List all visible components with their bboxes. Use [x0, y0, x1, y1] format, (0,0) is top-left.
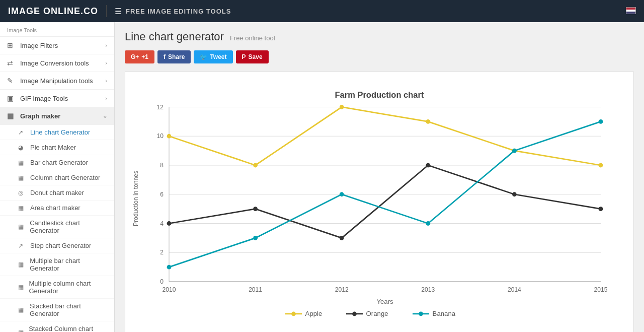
twitter-tweet-button[interactable]: 🐦 Tweet: [194, 50, 232, 63]
sidebar-sub-item-label: Step chart Generator: [30, 242, 91, 249]
chevron-right-icon: ›: [105, 95, 107, 101]
sidebar-sub-item-column-chart[interactable]: ▦ Column chart Generator: [0, 170, 114, 185]
header-menu-label: FREE IMAGE EDITING TOOLS: [126, 8, 231, 15]
y-tick-4: 4: [160, 220, 164, 227]
facebook-share-button[interactable]: f Share: [157, 50, 191, 63]
layout: Image Tools ⊞ Image Filters › ⇄ Image Co…: [0, 22, 644, 332]
pinterest-save-button[interactable]: P Save: [236, 50, 269, 63]
sidebar-sub-item-donut-chart[interactable]: ◎ Donut chart maker: [0, 185, 114, 201]
banana-dot-1: [253, 236, 258, 240]
apple-dot-2: [340, 105, 344, 109]
x-tick-2013: 2013: [421, 286, 435, 293]
us-flag: [626, 7, 636, 14]
candlestick-chart-icon: ▦: [18, 223, 26, 230]
sidebar-item-label: Graph maker: [20, 112, 60, 120]
sidebar-item-image-manipulation[interactable]: ✎ Image Manipulation tools ›: [0, 72, 114, 90]
image-filters-icon: ⊞: [7, 41, 16, 49]
x-tick-2014: 2014: [508, 286, 521, 293]
apple-dot-1: [253, 163, 258, 168]
chart-wrapper: Farm Production chart Production in tonn…: [130, 82, 628, 322]
google-label: +1: [141, 53, 148, 60]
sidebar-sub-item-multiple-bar-chart[interactable]: ▦ Multiple bar chart Generator: [0, 253, 114, 276]
x-tick-2011: 2011: [249, 286, 262, 293]
area-chart-icon: ▦: [18, 205, 26, 212]
orange-dot-1: [253, 207, 258, 211]
sidebar-sub-item-bar-chart[interactable]: ▦ Bar chart Generator: [0, 155, 114, 170]
sidebar-item-label: Image Manipulation tools: [20, 77, 93, 85]
main-inner: Line chart generator Free online tool G+…: [115, 22, 644, 332]
sidebar-item-label: Image Conversion tools: [20, 59, 89, 67]
x-tick-2015: 2015: [594, 286, 608, 293]
chevron-right-icon: ›: [105, 78, 107, 84]
graph-maker-icon: ▦: [7, 112, 16, 120]
chevron-right-icon: ›: [105, 42, 107, 48]
orange-dot-3: [426, 163, 430, 168]
facebook-icon: f: [164, 53, 166, 60]
sidebar-item-gif-tools[interactable]: ▣ GIF Image Tools ›: [0, 90, 114, 107]
banana-dot-4: [512, 149, 517, 153]
x-axis-label: Years: [376, 298, 393, 305]
twitter-icon: 🐦: [200, 53, 207, 60]
page-subtitle: Free online tool: [230, 34, 275, 42]
sidebar-item-label: Image Filters: [20, 42, 58, 49]
page-title: Line chart generator: [125, 30, 224, 43]
sidebar: Image Tools ⊞ Image Filters › ⇄ Image Co…: [0, 22, 115, 332]
y-tick-10: 10: [157, 132, 164, 140]
orange-line: [169, 165, 601, 238]
sidebar-sub-item-stacked-bar-chart[interactable]: ▦ Stacked bar chart Generator: [0, 299, 114, 321]
banana-dot-5: [599, 119, 603, 124]
twitter-label: Tweet: [210, 53, 226, 60]
facebook-label: Share: [168, 53, 185, 60]
column-chart-icon: ▦: [18, 174, 26, 181]
header-divider: [106, 5, 107, 17]
google-icon: G+: [131, 53, 139, 60]
banana-dot-2: [340, 192, 344, 196]
sidebar-sub-item-candlestick-chart[interactable]: ▦ Candlestick chart Generator: [0, 216, 114, 238]
header: IMAGE ONLINE.CO ☰ FREE IMAGE EDITING TOO…: [0, 0, 644, 22]
chart-title: Farm Production chart: [335, 90, 424, 99]
bar-chart-icon: ▦: [18, 159, 26, 166]
y-tick-12: 12: [157, 104, 164, 111]
sidebar-sub-item-step-chart[interactable]: ↗ Step chart Generator: [0, 238, 114, 253]
legend-banana-label: Banana: [433, 310, 456, 317]
sidebar-sub-item-label: Candlestick chart Generator: [30, 219, 107, 234]
page-title-row: Line chart generator Free online tool: [125, 30, 634, 43]
line-chart-icon: ↗: [18, 129, 26, 136]
orange-dot-4: [512, 192, 517, 196]
pinterest-label: Save: [249, 53, 263, 60]
sidebar-sub-item-pie-chart[interactable]: ◕ Pie chart Maker: [0, 140, 114, 155]
y-axis-label: Production in tonnes: [132, 171, 139, 226]
multiple-column-chart-icon: ▦: [18, 284, 25, 291]
y-tick-8: 8: [160, 162, 164, 169]
site-logo: IMAGE ONLINE.CO: [8, 6, 98, 17]
y-tick-2: 2: [160, 249, 164, 256]
sidebar-sub-item-multiple-column-chart[interactable]: ▦ Multiple column chart Generator: [0, 276, 114, 299]
sidebar-item-image-filters[interactable]: ⊞ Image Filters ›: [0, 37, 114, 54]
main-content: Line chart generator Free online tool G+…: [115, 22, 644, 332]
apple-dot-0: [167, 134, 172, 139]
hamburger-icon[interactable]: ☰: [115, 7, 122, 16]
legend-apple-label: Apple: [305, 310, 323, 317]
orange-dot-0: [167, 221, 172, 226]
sidebar-sub-item-label: Donut chart maker: [30, 189, 84, 196]
sidebar-sub-item-stacked-column-chart[interactable]: ▦ Stacked Column chart Generator: [0, 321, 114, 332]
sidebar-item-image-conversion[interactable]: ⇄ Image Conversion tools ›: [0, 54, 114, 72]
apple-dot-5: [599, 163, 603, 168]
google-plus-button[interactable]: G+ +1: [125, 50, 154, 63]
line-chart-svg: Farm Production chart Production in tonn…: [130, 82, 628, 320]
sidebar-sub-item-label: Stacked bar chart Generator: [30, 302, 107, 317]
orange-dot-5: [599, 207, 603, 211]
sidebar-sub-item-label: Line chart Generator: [30, 128, 90, 136]
multiple-bar-chart-icon: ▦: [18, 261, 26, 268]
image-conversion-icon: ⇄: [7, 59, 16, 67]
sidebar-sub-item-label: Area chart maker: [30, 204, 80, 212]
step-chart-icon: ↗: [18, 242, 26, 249]
chevron-right-icon: ›: [105, 60, 107, 66]
legend-banana-dot: [419, 311, 423, 316]
sidebar-sub-item-area-chart[interactable]: ▦ Area chart maker: [0, 201, 114, 216]
stacked-bar-chart-icon: ▦: [18, 306, 26, 313]
sidebar-sub-item-line-chart[interactable]: ↗ Line chart Generator: [0, 125, 114, 140]
sidebar-item-graph-maker[interactable]: ▦ Graph maker ⌄: [0, 107, 114, 125]
y-tick-0: 0: [160, 278, 164, 285]
legend-orange-dot: [352, 311, 357, 316]
